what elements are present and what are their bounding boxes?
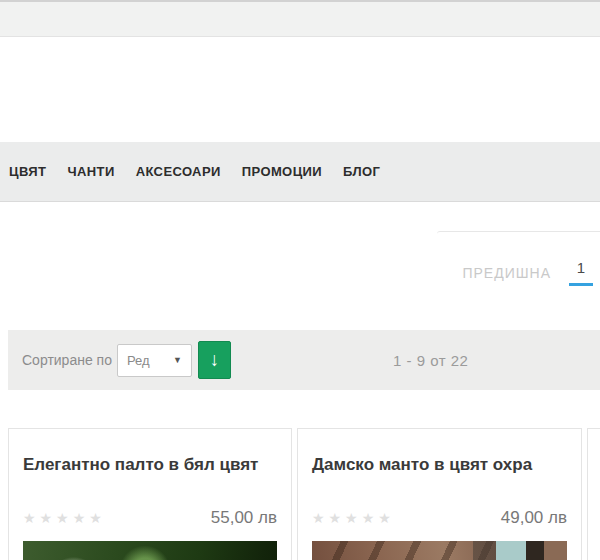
product-card-partial [587, 428, 600, 560]
chevron-down-icon: ▼ [173, 355, 182, 365]
top-header-strip [0, 0, 600, 37]
sort-direction-button[interactable]: ↓ [198, 341, 231, 379]
product-title[interactable]: Елегантно палто в бял цвят [9, 429, 291, 475]
main-nav: ЦВЯТ ЧАНТИ АКСЕСОАРИ ПРОМОЦИИ БЛОГ [0, 142, 600, 202]
results-count: 1 - 9 от 22 [393, 330, 468, 390]
nav-item-bags[interactable]: ЧАНТИ [67, 164, 114, 179]
rating-stars: ★★★★★ [23, 510, 106, 526]
sort-select[interactable]: Ред ▼ [117, 344, 192, 377]
product-image[interactable] [312, 541, 567, 560]
nav-item-promotions[interactable]: ПРОМОЦИИ [242, 164, 322, 179]
sort-toolbar: Сортиране по Ред ▼ ↓ 1 - 9 от 22 [8, 330, 600, 390]
pagination-previous-link[interactable]: ПРЕДИШНА [462, 265, 551, 281]
product-card: Дамско манто в цвят охра ★★★★★ 49,00 лв [297, 428, 582, 560]
product-price: 49,00 лв [501, 508, 567, 528]
rating-stars: ★★★★★ [312, 510, 395, 526]
product-price: 55,00 лв [211, 508, 277, 528]
pagination-page-1[interactable]: 1 [569, 259, 593, 286]
product-card: Елегантно палто в бял цвят ★★★★★ 55,00 л… [8, 428, 292, 560]
sort-select-value: Ред [127, 353, 150, 368]
nav-item-color[interactable]: ЦВЯТ [9, 164, 46, 179]
pagination: ПРЕДИШНА 1 [437, 231, 600, 301]
nav-item-accessories[interactable]: АКСЕСОАРИ [136, 164, 221, 179]
nav-item-blog[interactable]: БЛОГ [343, 164, 380, 179]
product-image[interactable] [23, 541, 277, 560]
product-title[interactable]: Дамско манто в цвят охра [298, 429, 581, 475]
arrow-down-icon: ↓ [210, 349, 220, 370]
sort-label: Сортиране по [22, 352, 112, 368]
